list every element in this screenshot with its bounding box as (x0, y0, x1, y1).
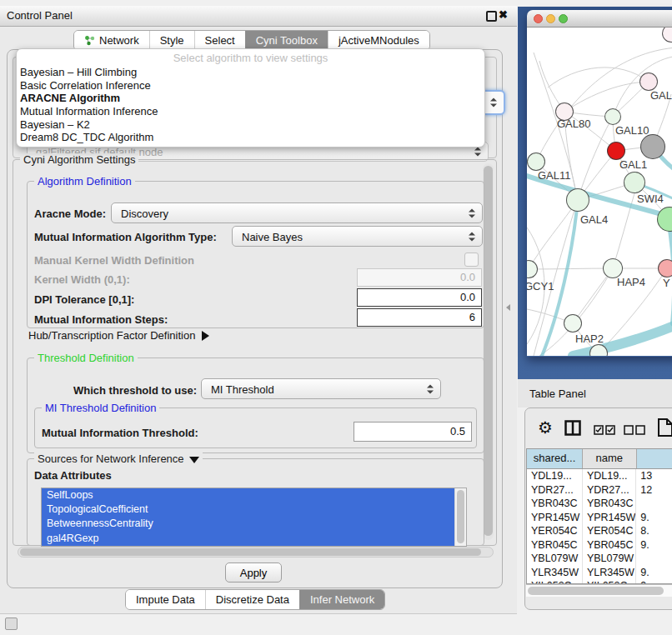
kernel-width-field[interactable]: 0.0 (357, 268, 482, 287)
table-header-row: shared...name (527, 449, 672, 469)
node-gal1[interactable] (607, 142, 625, 160)
node-unlabeled[interactable] (640, 134, 665, 159)
mi-threshold-group: MI Threshold Definition Mutual Informati… (34, 408, 477, 448)
table-cell: 9. (636, 566, 672, 580)
gear-icon[interactable]: ⚙ (538, 419, 553, 436)
node-label: GAL (650, 89, 672, 102)
tab-discretize-data[interactable]: Discretize Data (205, 590, 299, 609)
algorithm-option-basic-correlation-inference[interactable]: Basic Correlation Inference (17, 79, 484, 92)
list-vertical-scrollbar[interactable] (454, 488, 466, 546)
tab-jactivemnodules[interactable]: jActiveMNodules (328, 31, 429, 50)
deselect-all-icon[interactable] (624, 423, 645, 438)
node-gal4[interactable] (566, 188, 589, 212)
manual-kernel-checkbox[interactable] (464, 252, 479, 267)
node-label: GAL4 (580, 213, 608, 226)
tab-label: Discretize Data (216, 593, 289, 606)
minimize-window-icon[interactable] (546, 14, 555, 23)
algorithm-option-mutual-information-inference[interactable]: Mutual Information Inference (17, 105, 484, 118)
threshold-definition-title: Threshold Definition (34, 352, 138, 364)
scrollbar-thumb[interactable] (20, 548, 481, 556)
tab-impute-data[interactable]: Impute Data (126, 590, 205, 609)
table-horizontal-scrollbar[interactable] (526, 584, 672, 597)
close-panel-icon[interactable]: ✖ (499, 8, 508, 21)
tab-select[interactable]: Select (194, 31, 245, 50)
column-header-name[interactable]: name (583, 449, 637, 468)
node-hap2[interactable] (564, 314, 582, 332)
apply-button[interactable]: Apply (225, 562, 282, 582)
tab-infer-network[interactable]: Infer Network (299, 590, 384, 609)
table-cell: YDL19... (583, 469, 636, 483)
cyni-algorithm-settings-group: Cyni Algorithm Settings Algorithm Defini… (13, 159, 497, 546)
scrollbar-thumb[interactable] (484, 166, 493, 536)
table-row[interactable]: YDR27...YDR27...12 (527, 483, 672, 498)
table-row[interactable]: YBR043CYBR043C (527, 497, 672, 511)
algorithm-option-dream8-dc-tdc-algorithm[interactable]: Dream8 DC_TDC Algorithm (17, 131, 484, 144)
network-canvas[interactable]: GALGAL80GAL10GAL1GAL11SWI4GAL4GCY1HAP4YH… (527, 28, 672, 356)
zoom-window-icon[interactable] (559, 14, 568, 23)
table-row[interactable]: YPR145WYPR145W9. (527, 511, 672, 525)
attribute-item-selfloops[interactable]: SelfLoops (42, 488, 466, 502)
scrollbar-thumb[interactable] (457, 490, 464, 543)
column-header-col2[interactable] (637, 449, 672, 468)
network-window-titlebar[interactable] (527, 10, 672, 28)
table-row[interactable]: YER054CYER054C8. (527, 524, 672, 538)
table-cell: YBR043C (527, 497, 583, 511)
hub-definition-toggle[interactable]: Hub/Transcription Factor Definition (28, 329, 209, 342)
splitter-handle[interactable] (506, 304, 510, 311)
mi-steps-field[interactable]: 6 (357, 308, 482, 327)
network-window[interactable]: GALGAL80GAL10GAL1GAL11SWI4GAL4GCY1HAP4YH… (527, 10, 672, 357)
tab-label: Infer Network (310, 593, 374, 606)
which-threshold-combo[interactable]: MI Threshold (201, 378, 441, 399)
tab-style[interactable]: Style (149, 31, 194, 50)
node-gal10[interactable] (604, 108, 621, 125)
tab-network[interactable]: Network (74, 31, 149, 50)
table-cell: 12 (636, 483, 672, 498)
mi-threshold-field[interactable]: 0.5 (354, 422, 472, 442)
aracne-mode-combo[interactable]: Discovery (111, 202, 483, 223)
table-toolbar: ⚙ (525, 418, 672, 443)
panel-title: Control Panel (7, 6, 73, 26)
split-columns-icon[interactable] (564, 420, 581, 439)
attribute-item-betweennesscentrality[interactable]: BetweennessCentrality (42, 517, 466, 531)
sources-title[interactable]: Sources for Network Inference (34, 452, 203, 465)
algorithm-option-bayesian-hill-climbing[interactable]: Bayesian – Hill Climbing (17, 66, 484, 79)
mi-type-label: Mutual Information Algorithm Type: (34, 231, 217, 243)
dpi-tolerance-label: DPI Tolerance [0,1]: (34, 293, 134, 306)
tab-cyni-toolbox[interactable]: Cyni Toolbox (245, 31, 328, 50)
attribute-item-gal4rgexp[interactable]: gal4RGexp (42, 532, 466, 546)
node-swi4[interactable] (624, 172, 645, 193)
table-row[interactable]: YLR345WYLR345W9. (527, 566, 672, 580)
dpi-tolerance-field[interactable]: 0.0 (357, 288, 482, 307)
node-gal11[interactable] (527, 152, 545, 171)
settings-horizontal-scrollbar[interactable] (18, 547, 494, 558)
table-cell: YDL19... (527, 469, 583, 483)
close-window-icon[interactable] (534, 14, 543, 23)
node-y[interactable] (658, 259, 672, 278)
attribute-items: SelfLoopsTopologicalCoefficientBetweenne… (42, 488, 466, 546)
mi-type-combo[interactable]: Naive Bayes (232, 226, 483, 247)
table-cell: YDR27... (583, 483, 636, 498)
threshold-definition-group: Threshold Definition Which threshold to … (27, 358, 484, 453)
column-header-shared[interactable]: shared... (527, 449, 583, 468)
network-icon (84, 35, 95, 46)
attribute-item-topologicalcoefficient[interactable]: TopologicalCoefficient (42, 502, 466, 517)
float-panel-icon[interactable] (486, 11, 497, 22)
table-row[interactable]: YDL19...YDL19...13 (527, 469, 672, 483)
node-gal[interactable] (639, 72, 658, 91)
file-icon[interactable] (657, 418, 672, 440)
select-all-icon[interactable] (594, 423, 615, 438)
scrollbar-thumb[interactable] (528, 587, 664, 595)
table-panel-header: Table Panel (518, 379, 672, 408)
algorithm-option-bayesian-k2[interactable]: Bayesian – K2 (17, 118, 484, 132)
hub-definition-label: Hub/Transcription Factor Definition (28, 329, 195, 342)
show-panel-icon[interactable] (5, 618, 18, 630)
algorithm-option-aracne-algorithm[interactable]: ARACNE Algorithm (17, 92, 484, 105)
mi-threshold-label: Mutual Information Threshold: (42, 427, 198, 439)
table-row[interactable]: YBL079WYBL079W (527, 552, 672, 566)
node-label: GAL10 (615, 124, 649, 137)
tab-label: Cyni Toolbox (256, 34, 318, 47)
sources-group: Sources for Network Inference Data Attri… (27, 458, 484, 546)
data-attributes-list: SelfLoopsTopologicalCoefficientBetweenne… (41, 488, 467, 547)
control-panel-titlebar: Control Panel ✖ (0, 6, 517, 27)
table-row[interactable]: YBR045CYBR045C9. (527, 538, 672, 552)
